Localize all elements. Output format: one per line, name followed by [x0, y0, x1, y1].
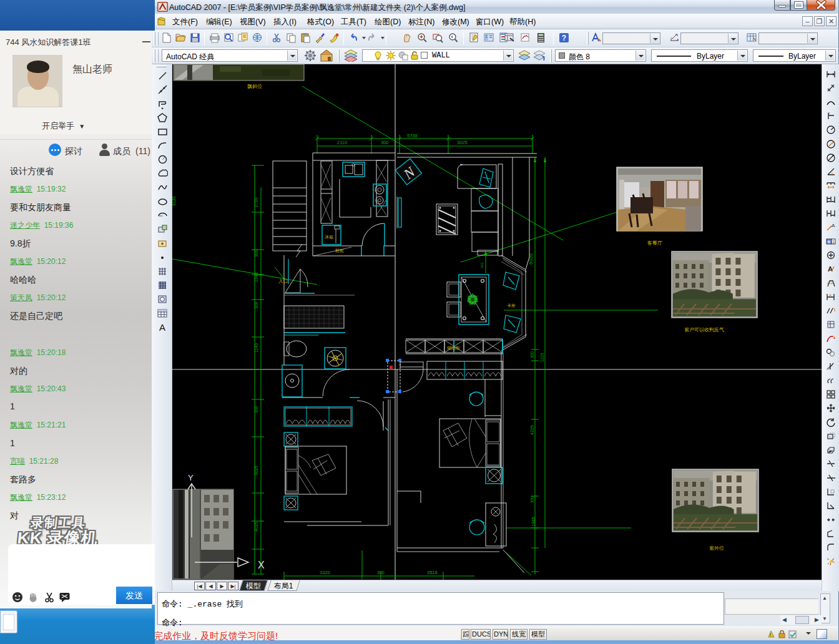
svg-text:入口: 入口: [278, 278, 288, 284]
svg-text:1: 1: [832, 240, 835, 244]
svg-text:300: 300: [254, 301, 258, 309]
svg-text:3035: 3035: [254, 466, 258, 476]
svg-text:A: A: [832, 223, 835, 228]
svg-text:311: 311: [480, 262, 484, 268]
svg-text:冰箱: 冰箱: [325, 235, 333, 239]
svg-text:300: 300: [381, 140, 389, 145]
svg-text:飘斜位: 飘斜位: [247, 84, 262, 89]
svg-text:?: ?: [562, 34, 566, 42]
svg-text:3025: 3025: [457, 140, 468, 145]
svg-text:1845: 1845: [531, 517, 536, 527]
svg-text:3130: 3130: [172, 196, 176, 206]
svg-text:1220: 1220: [540, 353, 544, 362]
svg-text:!: !: [770, 632, 771, 638]
svg-text:4225: 4225: [530, 425, 534, 435]
svg-text:储物柜: 储物柜: [447, 346, 460, 351]
svg-text:2790: 2790: [254, 197, 258, 207]
svg-text:4035: 4035: [254, 522, 258, 532]
svg-text:300: 300: [254, 250, 258, 257]
svg-text:300: 300: [530, 496, 534, 503]
svg-text:A: A: [828, 265, 833, 273]
svg-text:Y: Y: [188, 473, 194, 482]
svg-text:卡座: 卡座: [507, 303, 516, 308]
svg-text:⊕: ⊕: [827, 240, 831, 244]
svg-text:Y: Y: [828, 112, 830, 115]
svg-text:5738: 5738: [407, 133, 418, 139]
svg-text:窗户可以收到反气: 窗户可以收到反气: [684, 327, 724, 333]
svg-text:1140: 1140: [254, 343, 258, 353]
svg-text:窗外位: 窗外位: [709, 545, 724, 551]
svg-text:3320: 3320: [320, 570, 330, 575]
svg-text:2110: 2110: [337, 140, 347, 145]
svg-text:X: X: [258, 560, 265, 570]
svg-text:3518: 3518: [427, 570, 438, 575]
svg-text:300: 300: [530, 351, 534, 358]
svg-text:300: 300: [254, 406, 258, 413]
svg-text:1340: 1340: [254, 272, 258, 282]
svg-text:客餐厅: 客餐厅: [647, 240, 662, 246]
svg-text:A: A: [159, 322, 165, 333]
svg-text:300: 300: [377, 570, 385, 575]
svg-text:A: A: [829, 293, 832, 297]
